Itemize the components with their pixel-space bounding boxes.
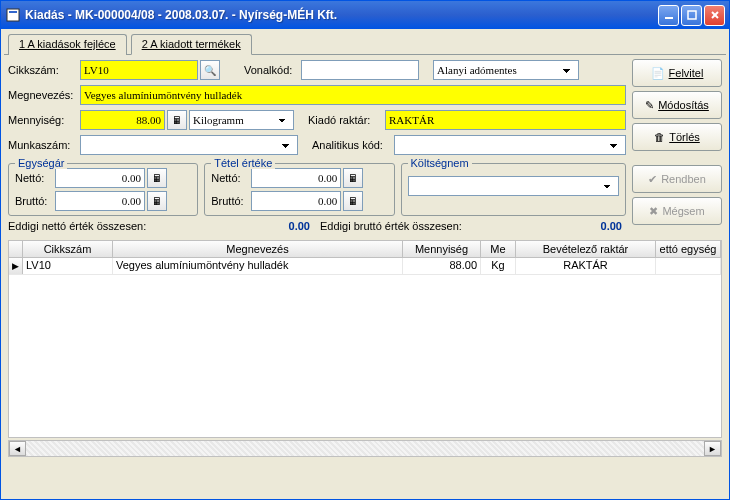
calc-icon-3[interactable]: 🖩 — [147, 191, 167, 211]
afa-select[interactable]: Alanyi adómentes — [433, 60, 579, 80]
analitikus-label: Analitikus kód: — [312, 139, 392, 151]
col-mennyiseg[interactable]: Mennyiség — [403, 241, 481, 257]
table-row[interactable]: ▶ LV10 Vegyes alumíniumöntvény hulladék … — [9, 258, 721, 275]
window-buttons — [658, 5, 725, 26]
window-title: Kiadás - MK-000004/08 - 2008.03.07. - Ny… — [25, 8, 658, 22]
cancel-icon: ✖ — [649, 205, 658, 218]
mennyiseg-label: Mennyiség: — [8, 114, 78, 126]
munkaszam-select[interactable] — [80, 135, 298, 155]
row-indicator-icon: ▶ — [9, 258, 23, 274]
megnevezes-input[interactable] — [80, 85, 626, 105]
rendben-button: ✔ Rendben — [632, 165, 722, 193]
grid-header: Cikkszám Megnevezés Mennyiség Me Bevétel… — [8, 240, 722, 258]
netto-label: Nettó: — [15, 172, 53, 184]
tetel-netto-input[interactable] — [251, 168, 341, 188]
edit-icon: ✎ — [645, 99, 654, 112]
scroll-left-icon[interactable]: ◄ — [9, 441, 26, 456]
calc-icon-4[interactable]: 🖩 — [343, 168, 363, 188]
analitikus-select[interactable] — [394, 135, 626, 155]
trash-icon: 🗑 — [654, 131, 665, 143]
cikkszam-input[interactable] — [80, 60, 198, 80]
raktar-select[interactable]: RAKTÁR — [385, 110, 626, 130]
col-raktar[interactable]: Bevételező raktár — [516, 241, 656, 257]
col-megnevezes[interactable]: Megnevezés — [113, 241, 403, 257]
koltsegnem-legend: Költségnem — [408, 157, 472, 169]
tetel-group: Tétel értéke Nettó: 🖩 Bruttó: 🖩 — [204, 163, 394, 216]
mennyiseg-input[interactable] — [80, 110, 165, 130]
munkaszam-label: Munkaszám: — [8, 139, 78, 151]
close-button[interactable] — [704, 5, 725, 26]
maximize-button[interactable] — [681, 5, 702, 26]
svg-rect-1 — [9, 11, 17, 13]
svg-rect-2 — [665, 17, 673, 19]
cikkszam-lookup-icon[interactable]: 🔍 — [200, 60, 220, 80]
col-cikkszam[interactable]: Cikkszám — [23, 241, 113, 257]
egysegar-brutto-input[interactable] — [55, 191, 145, 211]
mertekegyseg-select[interactable]: Kilogramm — [189, 110, 294, 130]
torles-button[interactable]: 🗑 Törlés — [632, 123, 722, 151]
calc-icon-5[interactable]: 🖩 — [343, 191, 363, 211]
tab-strip: 1 A kiadások fejléce 2 A kiadott terméke… — [4, 33, 726, 55]
col-me[interactable]: Me — [481, 241, 516, 257]
megsem-button: ✖ Mégsem — [632, 197, 722, 225]
vonalkod-input[interactable] — [301, 60, 419, 80]
eddigi-netto-value: 0.00 — [244, 218, 314, 234]
grid-body[interactable]: ▶ LV10 Vegyes alumíniumöntvény hulladék … — [8, 258, 722, 438]
col-egysegar[interactable]: ettó egység — [656, 241, 721, 257]
svg-rect-0 — [7, 9, 19, 21]
eddigi-brutto-value: 0.00 — [556, 218, 626, 234]
raktar-label: Kiadó raktár: — [308, 114, 383, 126]
modositas-button[interactable]: ✎ Módosítás — [632, 91, 722, 119]
egysegar-netto-input[interactable] — [55, 168, 145, 188]
eddigi-brutto-label: Eddigi bruttó érték összesen: — [320, 220, 462, 232]
vonalkod-label: Vonalkód: — [244, 64, 299, 76]
koltsegnem-select[interactable] — [408, 176, 620, 196]
grid: Cikkszám Megnevezés Mennyiség Me Bevétel… — [8, 240, 722, 438]
minimize-button[interactable] — [658, 5, 679, 26]
tetel-brutto-input[interactable] — [251, 191, 341, 211]
client-area: 1 A kiadások fejléce 2 A kiadott terméke… — [4, 29, 726, 496]
tab-products[interactable]: 2 A kiadott termékek — [131, 34, 252, 55]
egysegar-group: Egységár Nettó: 🖩 Bruttó: 🖩 — [8, 163, 198, 216]
cikkszam-label: Cikkszám: — [8, 64, 78, 76]
horizontal-scrollbar[interactable]: ◄ ► — [8, 440, 722, 457]
felvitel-button[interactable]: 📄 Felvitel — [632, 59, 722, 87]
titlebar: Kiadás - MK-000004/08 - 2008.03.07. - Ny… — [1, 1, 729, 29]
tab-header[interactable]: 1 A kiadások fejléce — [8, 34, 127, 55]
megnevezes-label: Megnevezés: — [8, 89, 78, 101]
tetel-legend: Tétel értéke — [211, 157, 275, 169]
app-window: Kiadás - MK-000004/08 - 2008.03.07. - Ny… — [0, 0, 730, 500]
app-icon — [5, 7, 21, 23]
calc-icon-2[interactable]: 🖩 — [147, 168, 167, 188]
new-icon: 📄 — [651, 67, 665, 80]
koltsegnem-group: Költségnem — [401, 163, 627, 216]
svg-rect-3 — [688, 11, 696, 19]
eddigi-netto-label: Eddigi nettó érték összesen: — [8, 220, 146, 232]
scroll-right-icon[interactable]: ► — [704, 441, 721, 456]
calc-icon[interactable]: 🖩 — [167, 110, 187, 130]
egysegar-legend: Egységár — [15, 157, 67, 169]
form-content: Cikkszám: 🔍 Vonalkód: Alanyi adómentes M… — [4, 55, 726, 238]
check-icon: ✔ — [648, 173, 657, 186]
brutto-label: Bruttó: — [15, 195, 53, 207]
scroll-track[interactable] — [26, 441, 704, 456]
